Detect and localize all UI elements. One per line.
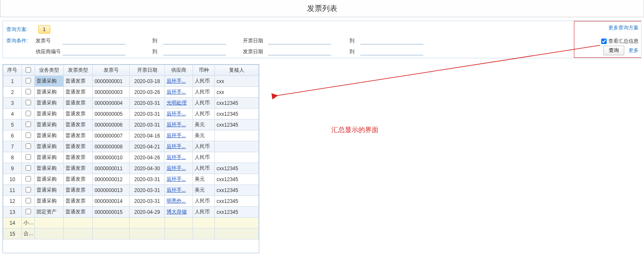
cell-checkbox[interactable] bbox=[21, 130, 34, 141]
cell-supplier[interactable]: 博大存储 bbox=[165, 207, 193, 218]
cell-checkbox[interactable] bbox=[21, 119, 34, 130]
cell-checkbox[interactable] bbox=[21, 163, 34, 174]
cell-checkbox[interactable] bbox=[21, 87, 34, 98]
table-row[interactable]: 12普通采购普通发票00000000142020-03-31明亮外...人民币c… bbox=[3, 196, 259, 207]
invoice-date-to-input[interactable] bbox=[360, 48, 423, 55]
supplier-link[interactable]: 辰环手... bbox=[167, 154, 186, 160]
cell-supplier[interactable]: 辰环手... bbox=[165, 152, 193, 163]
table-row[interactable]: 3普通采购普通发票00000000042020-03-31光明处理人民币cxx1… bbox=[3, 98, 259, 109]
row-checkbox[interactable] bbox=[26, 78, 31, 83]
table-row[interactable]: 11普通采购普通发票00000000132020-03-31辰环手...美元cx… bbox=[3, 185, 259, 196]
cell-supplier[interactable]: 辰环手... bbox=[165, 163, 193, 174]
cell-biz: 普通采购 bbox=[35, 163, 64, 174]
table-row[interactable]: 7普通采购普通发票00000000082020-04-21辰环手...人民币 bbox=[3, 141, 259, 152]
cell-supplier[interactable]: 辰环手... bbox=[165, 174, 193, 185]
billing-date-to-input[interactable] bbox=[360, 37, 423, 44]
cell-date: 2020-04-26 bbox=[130, 152, 165, 163]
row-checkbox[interactable] bbox=[26, 132, 31, 138]
scheme-badge[interactable]: 1 bbox=[38, 25, 50, 34]
cell-label: 小计 bbox=[21, 218, 34, 228]
row-checkbox[interactable] bbox=[26, 154, 31, 160]
cell-supplier[interactable]: 辰环手... bbox=[165, 130, 193, 141]
cell-supplier[interactable]: 辰环手... bbox=[165, 141, 193, 152]
cell-supplier[interactable]: 辰环手... bbox=[165, 87, 193, 98]
cell-reviewer: cxx bbox=[215, 87, 259, 98]
row-checkbox[interactable] bbox=[26, 165, 31, 171]
search-button[interactable]: 查询 bbox=[603, 46, 624, 55]
cell-checkbox[interactable] bbox=[21, 196, 34, 207]
th-invtype[interactable]: 发票类型 bbox=[64, 65, 93, 76]
row-checkbox[interactable] bbox=[26, 122, 31, 127]
th-reviewer[interactable]: 复核人 bbox=[215, 65, 259, 76]
supplier-no-to-input[interactable] bbox=[163, 48, 226, 55]
supplier-link[interactable]: 博大存储 bbox=[167, 209, 187, 215]
supplier-link[interactable]: 辰环手... bbox=[167, 78, 186, 84]
more-scheme-link[interactable]: 更多查询方案 bbox=[608, 24, 639, 31]
supplier-link[interactable]: 辰环手... bbox=[167, 187, 186, 193]
supplier-link[interactable]: 辰环手... bbox=[167, 122, 186, 127]
th-date[interactable]: 开票日期 bbox=[130, 65, 165, 76]
row-checkbox[interactable] bbox=[26, 176, 31, 182]
cell-biz: 固定资产 bbox=[35, 207, 64, 218]
cell-date: 2020-03-31 bbox=[130, 98, 165, 109]
supplier-link[interactable]: 辰环手... bbox=[167, 132, 186, 138]
table-row[interactable]: 5普通采购普通发票00000000062020-03-31辰环手...美元cxx… bbox=[3, 119, 259, 130]
more-link[interactable]: 更多 bbox=[628, 47, 639, 54]
row-checkbox[interactable] bbox=[26, 198, 31, 203]
cell-invtype: 普通发票 bbox=[64, 76, 93, 87]
view-summary-checkbox[interactable] bbox=[601, 39, 607, 44]
cell-checkbox[interactable] bbox=[21, 76, 34, 87]
th-supplier[interactable]: 供应商 bbox=[165, 65, 193, 76]
row-checkbox[interactable] bbox=[26, 89, 31, 94]
cell-supplier[interactable]: 辰环手... bbox=[165, 185, 193, 196]
cell-checkbox[interactable] bbox=[21, 152, 34, 163]
cell-supplier[interactable]: 光明处理 bbox=[165, 98, 193, 109]
th-invno[interactable]: 发票号 bbox=[93, 65, 130, 76]
table-row[interactable]: 9普通采购普通发票00000000112020-04-30辰环手...人民币cx… bbox=[3, 163, 259, 174]
supplier-link[interactable]: 辰环手... bbox=[167, 89, 186, 95]
row-checkbox[interactable] bbox=[26, 143, 31, 149]
cell-supplier[interactable]: 辰环手... bbox=[165, 76, 193, 87]
row-checkbox[interactable] bbox=[26, 209, 31, 214]
table-row[interactable]: 13固定资产普通发票00000000152020-04-29博大存储人民币cxx… bbox=[3, 207, 259, 218]
supplier-link[interactable]: 辰环手... bbox=[167, 143, 186, 149]
table-row[interactable]: 4普通采购普通发票00000000052020-03-31辰环手...人民币cx… bbox=[3, 109, 259, 119]
supplier-no-from-input[interactable] bbox=[63, 48, 125, 55]
row-checkbox[interactable] bbox=[26, 187, 31, 192]
row-checkbox[interactable] bbox=[26, 100, 31, 105]
th-currency[interactable]: 币种 bbox=[193, 65, 214, 76]
scheme-label: 查询方案: bbox=[6, 26, 36, 33]
cell-supplier[interactable]: 辰环手... bbox=[165, 119, 193, 130]
th-checkbox[interactable] bbox=[21, 65, 34, 76]
table-row[interactable]: 2普通采购普通发票00000000032020-03-26辰环手...人民币cx… bbox=[3, 87, 259, 98]
select-all-checkbox[interactable] bbox=[26, 67, 31, 73]
supplier-link[interactable]: 明亮外... bbox=[167, 198, 186, 204]
supplier-link[interactable]: 辰环手... bbox=[167, 176, 186, 182]
table-row[interactable]: 6普通采购普通发票00000000072020-04-16辰环手...美元 bbox=[3, 130, 259, 141]
table-row[interactable]: 8普通采购普通发票00000000102020-04-26辰环手...人民币 bbox=[3, 152, 259, 163]
cell-biz: 普通采购 bbox=[35, 141, 64, 152]
supplier-link[interactable]: 光明处理 bbox=[167, 100, 187, 106]
cell-invtype: 普通发票 bbox=[64, 174, 93, 185]
supplier-link[interactable]: 辰环手... bbox=[167, 165, 186, 171]
cell-checkbox[interactable] bbox=[21, 98, 34, 109]
cell-supplier[interactable]: 辰环手... bbox=[165, 109, 193, 119]
table-row[interactable]: 10普通采购普通发票00000000122020-03-31辰环手...美元cx… bbox=[3, 174, 259, 185]
cell-checkbox[interactable] bbox=[21, 109, 34, 119]
invoice-no-from-input[interactable] bbox=[63, 37, 125, 44]
cell-checkbox[interactable] bbox=[21, 207, 34, 218]
cell-checkbox[interactable] bbox=[21, 141, 34, 152]
cell-checkbox[interactable] bbox=[21, 185, 34, 196]
billing-date-from-input[interactable] bbox=[268, 37, 331, 44]
subtotal-row: 14小计 bbox=[3, 218, 259, 228]
cell-date: 2020-03-31 bbox=[130, 119, 165, 130]
th-seq[interactable]: 序号 bbox=[3, 65, 22, 76]
th-biz[interactable]: 业务类型 bbox=[35, 65, 64, 76]
table-row[interactable]: 1普通采购普通发票00000000012020-03-18辰环手...人民币cx… bbox=[3, 76, 259, 87]
cell-checkbox[interactable] bbox=[21, 174, 34, 185]
invoice-date-from-input[interactable] bbox=[268, 48, 331, 55]
cell-supplier[interactable]: 明亮外... bbox=[165, 196, 193, 207]
invoice-no-to-input[interactable] bbox=[163, 37, 226, 44]
supplier-link[interactable]: 辰环手... bbox=[167, 111, 186, 117]
row-checkbox[interactable] bbox=[26, 111, 31, 116]
